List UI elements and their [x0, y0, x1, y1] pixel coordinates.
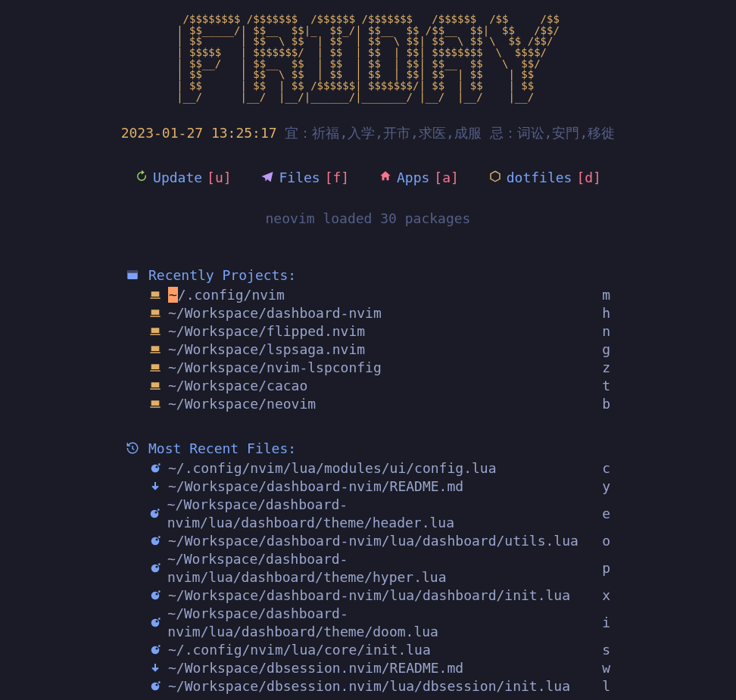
project-key: h: [602, 304, 610, 322]
file-path: ~/Workspace/dashboard-nvim/lua/dashboard…: [167, 550, 602, 586]
section-title: Most Recent Files:: [148, 440, 296, 456]
lua-icon: [148, 562, 161, 575]
laptop-icon: [148, 325, 162, 338]
svg-rect-1: [127, 270, 138, 273]
date-line: 2023-01-27 13:25:17 宜：祈福,入学,开市,求医,成服 忌：词…: [0, 124, 736, 142]
lua-icon: [148, 643, 162, 657]
lua-icon: [148, 534, 162, 548]
file-key: e: [602, 505, 610, 523]
project-path: ~/Workspace/neovim: [168, 395, 316, 413]
shortcut-bar: Update[u] Files[f] Apps[a] dotfiles[d]: [0, 170, 736, 186]
file-key: p: [602, 559, 610, 577]
file-key: c: [602, 459, 610, 478]
file-item[interactable]: ~/Workspace/dashboard-nvim/lua/dashboard…: [126, 550, 610, 586]
apps-button[interactable]: Apps[a]: [379, 170, 459, 186]
file-item[interactable]: ~/Workspace/dashboard-nvim/lua/dashboard…: [126, 586, 610, 605]
shortcut-key: [d]: [576, 170, 601, 185]
project-path: ~/Workspace/nvim-lspconfig: [168, 359, 382, 377]
file-item[interactable]: ~/Workspace/dbsession.nvim/README.mdw: [126, 659, 610, 677]
lua-icon: [148, 507, 161, 521]
markdown-icon: [148, 661, 162, 675]
file-item[interactable]: ~/Workspace/dashboard-nvim/lua/dashboard…: [126, 496, 610, 532]
laptop-icon: [148, 361, 162, 375]
project-item[interactable]: ~/Workspace/lspsaga.nvimg: [126, 341, 610, 359]
shortcut-label: dotfiles: [507, 170, 572, 185]
project-item[interactable]: ~/Workspace/neovimb: [126, 395, 610, 413]
markdown-icon: [148, 480, 162, 493]
box-icon: [488, 170, 502, 186]
recent-projects-section: Recently Projects: ~/.config/nvimm~/Work…: [126, 267, 610, 413]
file-key: y: [602, 478, 610, 496]
file-key: x: [602, 586, 610, 605]
timestamp: 2023-01-27 13:25:17: [121, 125, 277, 141]
project-item[interactable]: ~/Workspace/cacaot: [126, 377, 610, 395]
project-key: b: [602, 395, 610, 413]
lua-icon: [148, 616, 161, 630]
laptop-icon: [148, 343, 162, 356]
dotfiles-button[interactable]: dotfiles[d]: [488, 170, 601, 186]
project-path: ~/.config/nvim: [168, 286, 285, 304]
shortcut-key: [u]: [207, 170, 232, 185]
project-key: g: [602, 341, 610, 359]
telegram-icon: [260, 170, 274, 186]
file-path: ~/Workspace/dashboard-nvim/lua/dashboard…: [167, 496, 602, 532]
file-path: ~/Workspace/dashboard-nvim/README.md: [168, 478, 463, 496]
files-button[interactable]: Files[f]: [260, 170, 349, 186]
file-path: ~/Workspace/dbsession.nvim/lua/dbsession…: [168, 677, 570, 695]
dashboard: /$$$$$$$$ /$$$$$$$ /$$$$$$ /$$$$$$$ /$$$…: [0, 0, 736, 700]
project-item[interactable]: ~/Workspace/flipped.nvimn: [126, 322, 610, 341]
lua-icon: [148, 462, 162, 475]
project-key: n: [602, 322, 610, 341]
file-key: i: [602, 614, 610, 632]
update-button[interactable]: Update[u]: [135, 170, 232, 186]
laptop-icon: [148, 397, 162, 411]
file-key: l: [602, 677, 610, 695]
file-path: ~/Workspace/dashboard-nvim/lua/dashboard…: [168, 532, 579, 550]
package-count: neovim loaded 30 packages: [0, 210, 736, 226]
file-path: ~/.config/nvim/lua/modules/ui/config.lua: [168, 459, 496, 478]
file-key: w: [602, 659, 610, 677]
project-item[interactable]: ~/Workspace/nvim-lspconfigz: [126, 359, 610, 377]
shortcut-key: [f]: [325, 170, 350, 185]
file-item[interactable]: ~/Workspace/dashboard-nvim/lua/dashboard…: [126, 605, 610, 641]
file-path: ~/Workspace/dashboard-nvim/lua/dashboard…: [167, 605, 602, 641]
file-item[interactable]: ~/Workspace/dashboard-nvim/lua/dashboard…: [126, 532, 610, 550]
section-title: Recently Projects:: [148, 267, 296, 283]
file-item[interactable]: ~/Workspace/dbsession.nvim/lua/dbsession…: [126, 677, 610, 695]
shortcut-label: Apps: [397, 170, 429, 185]
window-icon: [126, 268, 139, 282]
almanac-text: 宜：祈福,入学,开市,求医,成服 忌：词讼,安門,移徙: [277, 125, 616, 141]
lua-icon: [148, 589, 162, 602]
recent-files-section: Most Recent Files: ~/.config/nvim/lua/mo…: [126, 440, 610, 695]
project-item[interactable]: ~/Workspace/dashboard-nvimh: [126, 304, 610, 322]
shortcut-label: Files: [279, 170, 320, 185]
project-key: t: [602, 377, 610, 395]
project-path: ~/Workspace/dashboard-nvim: [168, 304, 382, 322]
file-path: ~/Workspace/dashboard-nvim/lua/dashboard…: [168, 586, 570, 605]
project-path: ~/Workspace/cacao: [168, 377, 307, 395]
file-item[interactable]: ~/.config/nvim/lua/modules/ui/config.lua…: [126, 459, 610, 478]
laptop-icon: [148, 379, 162, 393]
history-icon: [126, 441, 139, 455]
laptop-icon: [148, 306, 162, 320]
file-item[interactable]: ~/Workspace/dashboard-nvim/README.mdy: [126, 478, 610, 496]
file-path: ~/Workspace/dbsession.nvim/README.md: [168, 659, 463, 677]
lua-icon: [148, 680, 162, 693]
project-key: z: [602, 359, 610, 377]
file-key: s: [602, 641, 610, 659]
file-item[interactable]: ~/.config/nvim/lua/core/init.luas: [126, 641, 610, 659]
file-key: o: [602, 532, 610, 550]
shortcut-label: Update: [153, 170, 202, 185]
laptop-icon: [148, 288, 162, 302]
project-key: m: [602, 286, 610, 304]
home-icon: [379, 170, 392, 186]
refresh-icon: [135, 170, 148, 186]
project-path: ~/Workspace/lspsaga.nvim: [168, 341, 365, 359]
shortcut-key: [a]: [434, 170, 459, 185]
ascii-banner: /$$$$$$$$ /$$$$$$$ /$$$$$$ /$$$$$$$ /$$$…: [176, 14, 560, 103]
project-path: ~/Workspace/flipped.nvim: [168, 322, 365, 341]
cursor: ~: [168, 287, 178, 303]
file-path: ~/.config/nvim/lua/core/init.lua: [168, 641, 431, 659]
project-item[interactable]: ~/.config/nvimm: [126, 286, 610, 304]
